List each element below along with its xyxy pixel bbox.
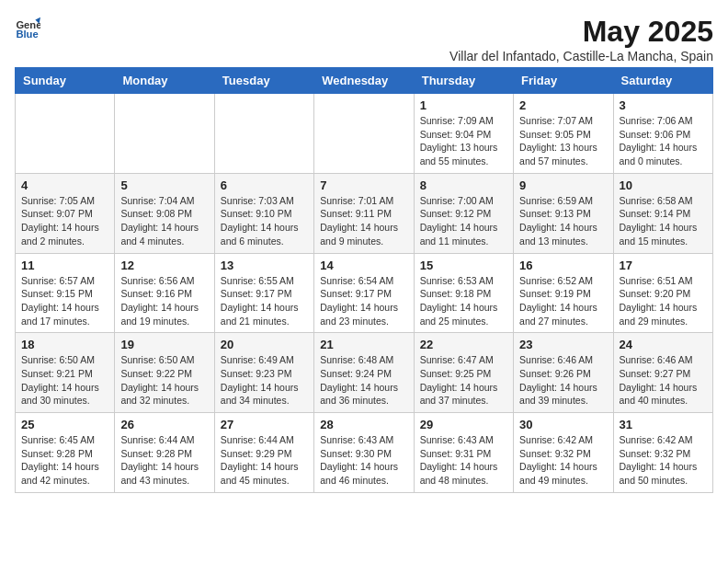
calendar-empty-cell — [16, 94, 115, 174]
day-number: 4 — [21, 178, 108, 192]
day-info: Sunrise: 6:53 AM Sunset: 9:18 PM Dayligh… — [420, 274, 507, 328]
calendar-day-2: 2Sunrise: 7:07 AM Sunset: 9:05 PM Daylig… — [514, 94, 613, 174]
calendar-day-6: 6Sunrise: 7:03 AM Sunset: 9:10 PM Daylig… — [214, 173, 313, 253]
calendar-day-19: 19Sunrise: 6:50 AM Sunset: 9:22 PM Dayli… — [115, 333, 214, 413]
day-number: 29 — [420, 418, 507, 431]
day-info: Sunrise: 7:00 AM Sunset: 9:12 PM Dayligh… — [420, 194, 507, 248]
day-info: Sunrise: 6:48 AM Sunset: 9:24 PM Dayligh… — [320, 353, 407, 408]
column-header-wednesday: Wednesday — [314, 68, 414, 94]
day-info: Sunrise: 6:50 AM Sunset: 9:21 PM Dayligh… — [21, 353, 108, 408]
day-info: Sunrise: 6:59 AM Sunset: 9:13 PM Dayligh… — [519, 194, 607, 248]
day-info: Sunrise: 6:43 AM Sunset: 9:31 PM Dayligh… — [420, 433, 507, 488]
logo-icon: General Blue — [15, 15, 40, 40]
calendar-day-14: 14Sunrise: 6:54 AM Sunset: 9:17 PM Dayli… — [314, 253, 414, 333]
day-number: 20 — [221, 338, 308, 351]
calendar-day-5: 5Sunrise: 7:04 AM Sunset: 9:08 PM Daylig… — [115, 173, 214, 253]
calendar-day-4: 4Sunrise: 7:05 AM Sunset: 9:07 PM Daylig… — [16, 173, 115, 253]
day-info: Sunrise: 6:55 AM Sunset: 9:17 PM Dayligh… — [221, 274, 308, 328]
calendar-table: SundayMondayTuesdayWednesdayThursdayFrid… — [15, 67, 713, 493]
calendar-day-26: 26Sunrise: 6:44 AM Sunset: 9:28 PM Dayli… — [115, 413, 214, 493]
calendar-day-11: 11Sunrise: 6:57 AM Sunset: 9:15 PM Dayli… — [16, 253, 115, 333]
calendar-empty-cell — [115, 94, 214, 174]
day-info: Sunrise: 6:47 AM Sunset: 9:25 PM Dayligh… — [420, 353, 507, 408]
calendar-day-30: 30Sunrise: 6:42 AM Sunset: 9:32 PM Dayli… — [514, 413, 613, 493]
column-header-tuesday: Tuesday — [214, 68, 313, 94]
day-info: Sunrise: 6:44 AM Sunset: 9:28 PM Dayligh… — [120, 433, 208, 488]
day-info: Sunrise: 7:09 AM Sunset: 9:04 PM Dayligh… — [420, 114, 507, 168]
day-info: Sunrise: 7:05 AM Sunset: 9:07 PM Dayligh… — [21, 194, 108, 248]
logo: General Blue — [15, 15, 40, 40]
calendar-week-row: 4Sunrise: 7:05 AM Sunset: 9:07 PM Daylig… — [16, 173, 713, 253]
calendar-day-17: 17Sunrise: 6:51 AM Sunset: 9:20 PM Dayli… — [613, 253, 712, 333]
calendar-day-7: 7Sunrise: 7:01 AM Sunset: 9:11 PM Daylig… — [314, 173, 414, 253]
day-number: 31 — [620, 418, 707, 431]
day-number: 22 — [420, 338, 507, 351]
day-info: Sunrise: 7:01 AM Sunset: 9:11 PM Dayligh… — [320, 194, 407, 248]
day-info: Sunrise: 6:42 AM Sunset: 9:32 PM Dayligh… — [620, 433, 707, 488]
day-info: Sunrise: 6:50 AM Sunset: 9:22 PM Dayligh… — [120, 353, 208, 408]
calendar-day-13: 13Sunrise: 6:55 AM Sunset: 9:17 PM Dayli… — [214, 253, 313, 333]
day-number: 15 — [420, 259, 507, 272]
day-number: 25 — [21, 418, 108, 431]
day-info: Sunrise: 6:56 AM Sunset: 9:16 PM Dayligh… — [120, 274, 208, 328]
day-number: 8 — [420, 178, 507, 192]
calendar-day-25: 25Sunrise: 6:45 AM Sunset: 9:28 PM Dayli… — [16, 413, 115, 493]
day-info: Sunrise: 7:06 AM Sunset: 9:06 PM Dayligh… — [620, 114, 707, 168]
day-number: 24 — [620, 338, 707, 351]
calendar-day-10: 10Sunrise: 6:58 AM Sunset: 9:14 PM Dayli… — [613, 173, 712, 253]
calendar-day-27: 27Sunrise: 6:44 AM Sunset: 9:29 PM Dayli… — [214, 413, 313, 493]
day-number: 1 — [420, 98, 507, 112]
calendar-day-18: 18Sunrise: 6:50 AM Sunset: 9:21 PM Dayli… — [16, 333, 115, 413]
day-info: Sunrise: 6:42 AM Sunset: 9:32 PM Dayligh… — [519, 433, 607, 488]
day-info: Sunrise: 6:57 AM Sunset: 9:15 PM Dayligh… — [21, 274, 108, 328]
day-number: 21 — [320, 338, 407, 351]
day-info: Sunrise: 6:54 AM Sunset: 9:17 PM Dayligh… — [320, 274, 407, 328]
day-number: 23 — [519, 338, 607, 351]
calendar-empty-cell — [314, 94, 414, 174]
calendar-day-15: 15Sunrise: 6:53 AM Sunset: 9:18 PM Dayli… — [414, 253, 513, 333]
calendar-day-28: 28Sunrise: 6:43 AM Sunset: 9:30 PM Dayli… — [314, 413, 414, 493]
day-number: 12 — [120, 259, 208, 272]
day-info: Sunrise: 6:45 AM Sunset: 9:28 PM Dayligh… — [21, 433, 108, 488]
day-info: Sunrise: 6:51 AM Sunset: 9:20 PM Dayligh… — [620, 274, 707, 328]
day-number: 2 — [519, 98, 607, 112]
day-info: Sunrise: 6:44 AM Sunset: 9:29 PM Dayligh… — [221, 433, 308, 488]
day-info: Sunrise: 6:46 AM Sunset: 9:27 PM Dayligh… — [620, 353, 707, 408]
day-number: 7 — [320, 178, 407, 192]
day-number: 14 — [320, 259, 407, 272]
calendar-week-row: 25Sunrise: 6:45 AM Sunset: 9:28 PM Dayli… — [16, 413, 713, 493]
day-info: Sunrise: 6:46 AM Sunset: 9:26 PM Dayligh… — [519, 353, 607, 408]
day-number: 27 — [221, 418, 308, 431]
calendar-day-3: 3Sunrise: 7:06 AM Sunset: 9:06 PM Daylig… — [613, 94, 712, 174]
column-header-sunday: Sunday — [16, 68, 115, 94]
page-header: General Blue May 2025 Villar del Infanta… — [15, 15, 713, 63]
location-subtitle: Villar del Infantado, Castille-La Mancha… — [449, 49, 713, 63]
calendar-day-31: 31Sunrise: 6:42 AM Sunset: 9:32 PM Dayli… — [613, 413, 712, 493]
svg-text:Blue: Blue — [16, 29, 38, 40]
day-number: 5 — [120, 178, 208, 192]
calendar-week-row: 1Sunrise: 7:09 AM Sunset: 9:04 PM Daylig… — [16, 94, 713, 174]
day-number: 6 — [221, 178, 308, 192]
calendar-week-row: 18Sunrise: 6:50 AM Sunset: 9:21 PM Dayli… — [16, 333, 713, 413]
calendar-day-20: 20Sunrise: 6:49 AM Sunset: 9:23 PM Dayli… — [214, 333, 313, 413]
day-info: Sunrise: 7:04 AM Sunset: 9:08 PM Dayligh… — [120, 194, 208, 248]
column-header-monday: Monday — [115, 68, 214, 94]
calendar-day-16: 16Sunrise: 6:52 AM Sunset: 9:19 PM Dayli… — [514, 253, 613, 333]
calendar-day-9: 9Sunrise: 6:59 AM Sunset: 9:13 PM Daylig… — [514, 173, 613, 253]
calendar-header-row: SundayMondayTuesdayWednesdayThursdayFrid… — [16, 68, 713, 94]
calendar-day-29: 29Sunrise: 6:43 AM Sunset: 9:31 PM Dayli… — [414, 413, 513, 493]
day-info: Sunrise: 6:52 AM Sunset: 9:19 PM Dayligh… — [519, 274, 607, 328]
calendar-day-8: 8Sunrise: 7:00 AM Sunset: 9:12 PM Daylig… — [414, 173, 513, 253]
column-header-saturday: Saturday — [613, 68, 712, 94]
day-number: 28 — [320, 418, 407, 431]
day-info: Sunrise: 7:03 AM Sunset: 9:10 PM Dayligh… — [221, 194, 308, 248]
column-header-friday: Friday — [514, 68, 613, 94]
day-number: 16 — [519, 259, 607, 272]
day-number: 18 — [21, 338, 108, 351]
day-number: 26 — [120, 418, 208, 431]
calendar-day-12: 12Sunrise: 6:56 AM Sunset: 9:16 PM Dayli… — [115, 253, 214, 333]
calendar-day-22: 22Sunrise: 6:47 AM Sunset: 9:25 PM Dayli… — [414, 333, 513, 413]
day-info: Sunrise: 6:43 AM Sunset: 9:30 PM Dayligh… — [320, 433, 407, 488]
day-number: 19 — [120, 338, 208, 351]
column-header-thursday: Thursday — [414, 68, 513, 94]
